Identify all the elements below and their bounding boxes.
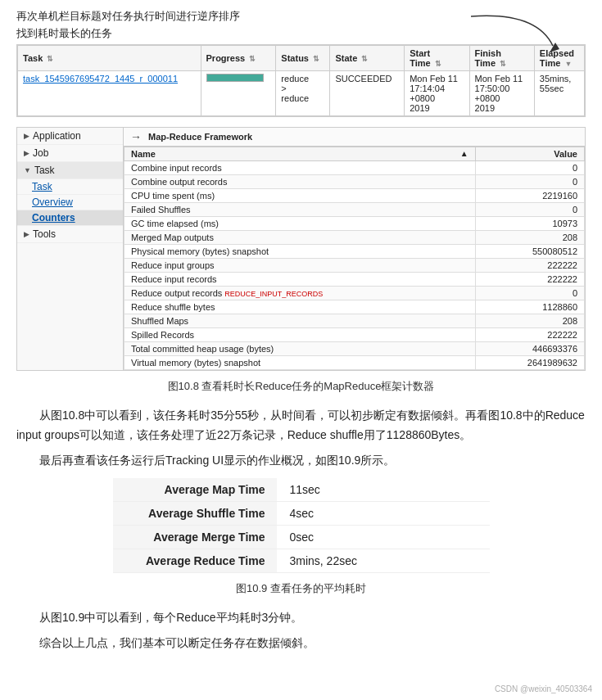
counter-name: Spilled Records: [124, 327, 476, 341]
counter-row: Shuffled Maps208: [124, 314, 585, 327]
framework-label-row: → Map-Reduce Framework: [124, 128, 585, 147]
counter-name: Failed Shuffles: [124, 202, 476, 216]
status-cell: reduce > reduce: [276, 70, 330, 115]
annotation-text: 再次单机栏目标题对任务执行时间进行逆序排序 找到耗时最长的任务: [16, 8, 240, 43]
nav-tools-label: Tools: [33, 228, 56, 240]
counter-row: Spilled Records222222: [124, 327, 585, 341]
framework-arrow-icon: →: [130, 130, 142, 143]
task-link[interactable]: task_1545967695472_1445_r_000011: [23, 74, 178, 84]
counter-name: Combine output records: [124, 174, 476, 188]
tracking-value: 3mins, 22sec: [277, 549, 490, 573]
counter-value: 208: [475, 314, 584, 327]
nav-task-overview[interactable]: Task: [17, 179, 123, 195]
nav-task-detail[interactable]: Overview: [17, 195, 123, 210]
body-para-1: 从图10.8中可以看到，该任务耗时35分55秒，从时间看，可以初步断定有数据倾斜…: [16, 405, 586, 445]
col-status[interactable]: Status ⇅: [276, 45, 330, 70]
nav-job[interactable]: ▶ Job: [17, 145, 123, 162]
counter-value: 10973: [475, 216, 584, 230]
counter-name: Total committed heap usage (bytes): [124, 341, 476, 355]
counters-section: → Map-Reduce Framework Name ▲ Value Comb…: [124, 128, 585, 370]
col-progress[interactable]: Progress ⇅: [201, 45, 276, 70]
counter-row: Failed Shuffles0: [124, 202, 585, 216]
nav-job-label: Job: [33, 147, 48, 159]
bottom-para-2: 综合以上几点，我们基本可以断定任务存在数据倾斜。: [16, 633, 586, 653]
counter-value: 0: [475, 286, 584, 300]
tri-icon: ▶: [24, 230, 29, 238]
counter-name: Virtual memory (bytes) snapshot: [124, 355, 476, 369]
progress-fill: [207, 75, 263, 81]
counter-name: Shuffled Maps: [124, 314, 476, 327]
counter-name: Reduce input groups: [124, 258, 476, 272]
annotation-arrow: [471, 11, 561, 55]
counter-name: GC time elapsed (ms): [124, 216, 476, 230]
col-state[interactable]: State ⇅: [330, 45, 405, 70]
body-para-2: 最后再查看该任务运行后Tracking UI显示的作业概况，如图10.9所示。: [16, 450, 586, 471]
nav-task-counters[interactable]: Counters: [17, 210, 123, 226]
start-time-cell: Mon Feb 11 17:14:04 +0800 2019: [405, 70, 469, 115]
tracking-table: Average Map Time11secAverage Shuffle Tim…: [113, 478, 490, 573]
col-task[interactable]: Task ⇅: [18, 45, 201, 70]
tri-icon: ▶: [24, 149, 29, 157]
tracking-row: Average Merge Time0sec: [113, 526, 490, 549]
counter-value: 222222: [475, 327, 584, 341]
svg-marker-0: [550, 43, 559, 52]
state-cell: SUCCEEDED: [330, 70, 405, 115]
bottom-para-1: 从图10.9中可以看到，每个Reduce平均耗时3分钟。: [16, 607, 586, 628]
counter-value: 222222: [475, 272, 584, 286]
figure1-caption: 图10.8 查看耗时长Reduce任务的MapReduce框架计数器: [16, 379, 586, 394]
counter-row: Combine input records0: [124, 160, 585, 174]
tri-icon: ▶: [24, 132, 29, 140]
counter-highlight-badge: REDUCE_INPUT_RECORDS: [224, 290, 323, 298]
tracking-value: 4sec: [277, 502, 490, 526]
counter-row: Reduce shuffle bytes1128860: [124, 300, 585, 314]
progress-bar: [206, 74, 264, 82]
figure2-caption: 图10.9 查看任务的平均耗时: [16, 581, 586, 596]
counter-value: 2219160: [475, 188, 584, 202]
tracking-row: Average Map Time11sec: [113, 478, 490, 502]
table-row: task_1545967695472_1445_r_000011 reduce …: [18, 70, 585, 115]
counter-name: CPU time spent (ms): [124, 188, 476, 202]
tracking-row: Average Reduce Time3mins, 22sec: [113, 549, 490, 573]
counter-name: Combine input records: [124, 160, 476, 174]
annotation-line1: 再次单机栏目标题对任务执行时间进行逆序排序: [16, 8, 240, 25]
nav-application-label: Application: [33, 130, 81, 142]
left-nav: ▶ Application ▶ Job ▼ Task Task Overview…: [17, 128, 124, 370]
counter-value: 0: [475, 174, 584, 188]
credit-text: CSDN @weixin_40503364: [495, 684, 592, 693]
tracking-value: 0sec: [277, 526, 490, 549]
counter-name: Reduce output recordsREDUCE_INPUT_RECORD…: [124, 286, 476, 300]
counter-row: Reduce input groups222222: [124, 258, 585, 272]
counter-value: 222222: [475, 258, 584, 272]
annotation-section: 再次单机栏目标题对任务执行时间进行逆序排序 找到耗时最长的任务: [16, 8, 586, 43]
counters-table: Name ▲ Value Combine input records0Combi…: [124, 147, 585, 370]
counter-value: 2641989632: [475, 355, 584, 369]
tracking-label: Average Map Time: [113, 478, 277, 502]
counter-name: Physical memory (bytes) snapshot: [124, 244, 476, 258]
counter-row: Merged Map outputs208: [124, 230, 585, 244]
counter-row: CPU time spent (ms)2219160: [124, 188, 585, 202]
counter-value: 550080512: [475, 244, 584, 258]
nav-application[interactable]: ▶ Application: [17, 128, 123, 145]
col-start-time[interactable]: StartTime ⇅: [405, 45, 469, 70]
counter-row: GC time elapsed (ms)10973: [124, 216, 585, 230]
counter-value: 0: [475, 160, 584, 174]
nav-task[interactable]: ▼ Task: [17, 162, 123, 179]
tracking-table-wrapper: Average Map Time11secAverage Shuffle Tim…: [113, 478, 490, 573]
counter-name: Merged Map outputs: [124, 230, 476, 244]
counter-value: 446693376: [475, 341, 584, 355]
counter-row: Reduce output recordsREDUCE_INPUT_RECORD…: [124, 286, 585, 300]
tasks-table: Task ⇅ Progress ⇅ Status ⇅ State ⇅ Start…: [17, 45, 585, 116]
finish-time-cell: Mon Feb 11 17:50:00 +0800 2019: [469, 70, 534, 115]
counter-name: Reduce input records: [124, 272, 476, 286]
counter-value: 0: [475, 202, 584, 216]
framework-label-text: Map-Reduce Framework: [148, 132, 252, 142]
counters-name-header: Name ▲: [124, 147, 476, 160]
tracking-value: 11sec: [277, 478, 490, 502]
elapsed-cell: 35mins, 55sec: [534, 70, 584, 115]
counter-value: 208: [475, 230, 584, 244]
nav-tools[interactable]: ▶ Tools: [17, 226, 123, 243]
counter-row: Physical memory (bytes) snapshot55008051…: [124, 244, 585, 258]
tracking-label: Average Reduce Time: [113, 549, 277, 573]
counter-row: Total committed heap usage (bytes)446693…: [124, 341, 585, 355]
tracking-row: Average Shuffle Time4sec: [113, 502, 490, 526]
